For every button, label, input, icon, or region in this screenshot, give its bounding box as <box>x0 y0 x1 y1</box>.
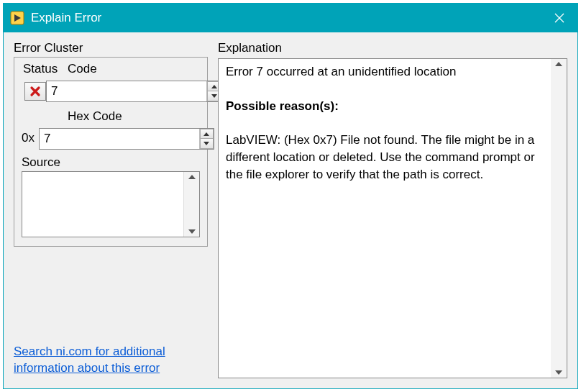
hex-input-wrap <box>39 128 214 150</box>
explanation-text[interactable]: Error 7 occurred at an unidentified loca… <box>219 59 551 378</box>
hex-code-label: Hex Code <box>68 109 200 124</box>
hex-spin-down[interactable] <box>200 139 214 149</box>
app-icon <box>9 10 25 26</box>
explanation-body: LabVIEW: (Hex 0x7) File not found. The f… <box>226 133 535 181</box>
hex-spin-up[interactable] <box>200 129 214 139</box>
hex-code-input[interactable] <box>39 128 214 150</box>
chevron-up-icon <box>203 132 209 136</box>
code-input-wrap <box>46 81 221 102</box>
source-textbox[interactable] <box>22 171 200 237</box>
error-cluster-label: Error Cluster <box>14 41 208 55</box>
scroll-down-icon <box>555 370 562 375</box>
hex-prefix: 0x <box>22 131 39 145</box>
chevron-down-icon <box>203 142 209 145</box>
explanation-scrollbar[interactable] <box>551 59 567 378</box>
right-panel: Explanation Error 7 occurred at an unide… <box>218 41 567 378</box>
left-panel: Error Cluster Status Code <box>14 41 208 378</box>
explanation-box: Error 7 occurred at an unidentified loca… <box>218 58 567 378</box>
error-cluster-box: Status Code <box>14 57 208 247</box>
window-title: Explain Error <box>31 11 101 25</box>
error-icon <box>29 86 41 97</box>
explanation-heading: Possible reason(s): <box>226 99 339 113</box>
explanation-line1: Error 7 occurred at an unidentified loca… <box>226 63 544 81</box>
close-button[interactable] <box>541 4 577 32</box>
chevron-up-icon <box>211 85 217 88</box>
source-label: Source <box>22 155 200 170</box>
code-input[interactable] <box>46 81 221 102</box>
chevron-down-icon <box>211 94 217 98</box>
explanation-label: Explanation <box>218 41 567 55</box>
source-scrollbar[interactable] <box>183 172 199 237</box>
code-label: Code <box>68 62 200 76</box>
status-label: Status <box>22 62 68 76</box>
close-icon <box>554 13 564 23</box>
content-area: Error Cluster Status Code <box>4 32 577 388</box>
scroll-up-icon <box>188 175 196 179</box>
hex-spinner <box>199 129 214 149</box>
titlebar[interactable]: Explain Error <box>4 4 577 32</box>
search-ni-link[interactable]: Search ni.com for additional information… <box>14 344 208 378</box>
scroll-up-icon <box>555 62 562 66</box>
explain-error-window: Explain Error Error Cluster Status Code <box>3 3 578 389</box>
status-indicator[interactable] <box>24 82 46 101</box>
scroll-down-icon <box>188 229 196 234</box>
